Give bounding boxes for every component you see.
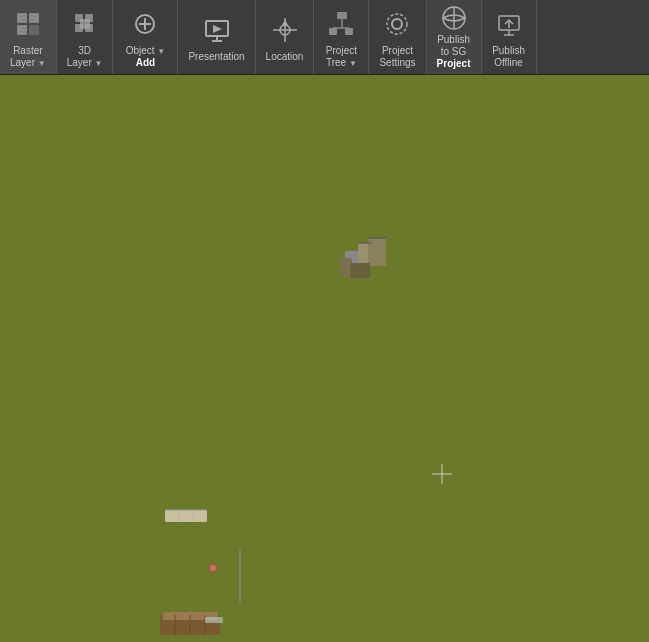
svg-marker-15 [213, 25, 222, 33]
toolbar-publish-to-sg[interactable]: Publish to SG Project [427, 0, 482, 74]
toolbar-raster-layer[interactable]: Raster Layer ▼ [0, 0, 57, 74]
svg-rect-40 [165, 510, 207, 522]
presentation-label: Presentation [188, 51, 244, 63]
svg-rect-34 [358, 243, 372, 265]
svg-rect-47 [163, 612, 218, 620]
svg-rect-35 [368, 238, 386, 266]
svg-marker-19 [282, 20, 288, 25]
publish-offline-label: Publish Offline [492, 45, 525, 69]
toolbar-presentation[interactable]: Presentation [178, 0, 255, 74]
svg-rect-33 [345, 251, 361, 265]
canvas-viewport[interactable] [0, 75, 649, 642]
project-tree-label: Project Tree ▼ [326, 45, 357, 69]
svg-rect-36 [340, 258, 352, 276]
toolbar: Raster Layer ▼ 3D Layer ▼ [0, 0, 649, 75]
building-cluster-object [340, 233, 395, 283]
presentation-icon [203, 11, 231, 49]
publish-offline-icon [495, 5, 523, 43]
raster-layer-label: Raster Layer ▼ [10, 45, 46, 69]
raster-layer-icon [14, 5, 42, 43]
svg-rect-20 [337, 12, 347, 19]
location-label: Location [266, 51, 304, 63]
svg-point-25 [392, 19, 402, 29]
object-icon [131, 5, 159, 43]
svg-rect-8 [80, 19, 90, 29]
toolbar-3d-layer[interactable]: 3D Layer ▼ [57, 0, 114, 74]
svg-rect-0 [17, 13, 27, 23]
project-tree-icon [327, 5, 355, 43]
project-settings-label: Project Settings [379, 45, 415, 69]
svg-rect-1 [29, 13, 39, 23]
wooden-structure-object [160, 607, 220, 637]
svg-rect-46 [160, 615, 220, 635]
publish-to-sg-label: Publish to SG Project [437, 34, 471, 70]
crosshair [432, 464, 452, 484]
svg-rect-3 [29, 25, 39, 35]
toolbar-publish-offline[interactable]: Publish Offline [482, 0, 537, 74]
object-add-label: Object ▼ Add [126, 45, 166, 69]
long-building-object [165, 505, 207, 523]
toolbar-object-add[interactable]: Object ▼ Add [113, 0, 178, 74]
location-icon [271, 11, 299, 49]
vertical-line-object [238, 550, 240, 600]
svg-rect-51 [205, 617, 223, 623]
toolbar-project-settings[interactable]: Project Settings [369, 0, 426, 74]
svg-point-26 [387, 14, 407, 34]
3d-layer-label: 3D Layer ▼ [67, 45, 103, 69]
small-circle-object [208, 559, 216, 567]
svg-rect-37 [350, 263, 370, 278]
svg-rect-22 [345, 28, 353, 35]
publish-to-sg-icon [440, 4, 468, 32]
project-settings-icon [383, 5, 411, 43]
svg-point-44 [209, 564, 217, 572]
toolbar-project-tree[interactable]: Project Tree ▼ [314, 0, 369, 74]
toolbar-location[interactable]: Location [256, 0, 315, 74]
svg-rect-2 [17, 25, 27, 35]
svg-rect-21 [329, 28, 337, 35]
3d-layer-icon [71, 5, 99, 43]
